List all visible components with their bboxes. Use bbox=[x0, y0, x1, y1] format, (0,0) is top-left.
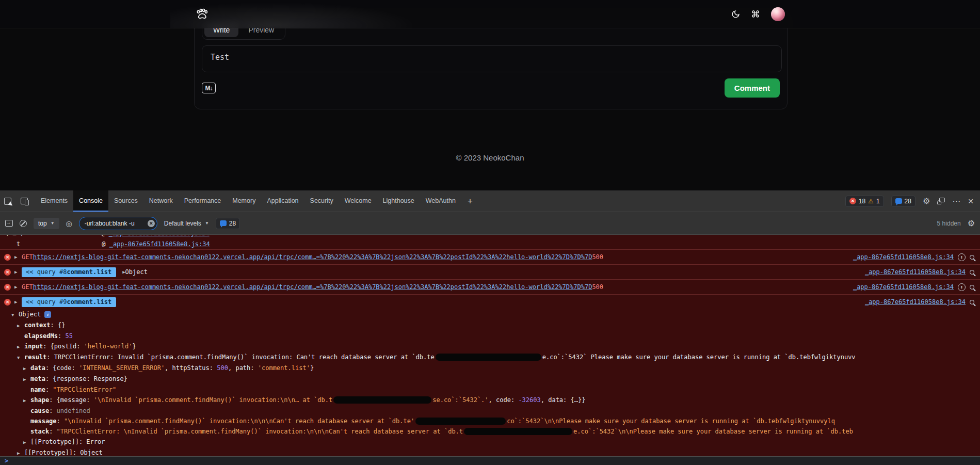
console-filter-input[interactable] bbox=[79, 217, 157, 230]
messages-badge[interactable]: 28 bbox=[891, 196, 915, 207]
expand-triangle-icon[interactable]: ▶ bbox=[14, 299, 22, 304]
user-avatar[interactable] bbox=[771, 7, 785, 21]
devtools-tab-performance[interactable]: Performance bbox=[179, 190, 227, 212]
device-toolbar-icon[interactable] bbox=[21, 198, 28, 204]
console-input-row[interactable]: > bbox=[0, 456, 980, 465]
expand-triangle-icon[interactable]: ▼ bbox=[17, 354, 24, 362]
object-tree-row[interactable]: stack: "TRPCClientError: \nInvalid `pris… bbox=[0, 426, 980, 437]
theme-toggle-moon-icon[interactable] bbox=[731, 10, 740, 19]
search-icon[interactable] bbox=[970, 285, 974, 290]
error-count: 18 bbox=[859, 198, 865, 205]
devtools-tab-console[interactable]: Console bbox=[73, 190, 108, 212]
more-options-icon[interactable]: ⋯ bbox=[952, 197, 960, 205]
initiator-icon[interactable]: ↕ bbox=[958, 283, 966, 291]
clear-console-icon[interactable] bbox=[20, 220, 27, 227]
devtools-tab-webauthn[interactable]: WebAuthn bbox=[420, 190, 461, 212]
devtools-tab-application[interactable]: Application bbox=[261, 190, 304, 212]
source-link[interactable]: https://nextjs-blog-git-feat-comments-ne… bbox=[33, 253, 592, 261]
expand-triangle-icon[interactable]: ▶ bbox=[23, 396, 30, 405]
search-icon[interactable] bbox=[970, 255, 974, 260]
comment-input[interactable]: Test bbox=[202, 45, 782, 72]
object-tree-row[interactable]: ▼Objecti bbox=[0, 309, 980, 320]
object-tree-row[interactable]: message: "\nInvalid `prisma.comment.find… bbox=[0, 416, 980, 426]
row-source-links: _app-867e65fd116058e8.js:34 bbox=[865, 298, 976, 306]
clipped-console-row[interactable]: ( … )@ _app-867e65fd116058e8.js:34 bbox=[0, 235, 980, 239]
context-selector[interactable]: top ▼ bbox=[34, 218, 59, 229]
comment-card-footer: M↓ Comment bbox=[202, 78, 780, 98]
search-icon[interactable] bbox=[970, 270, 974, 275]
console-text: e.co`:`5432`\n\nPlease make sure your da… bbox=[573, 428, 853, 435]
redaction-blob bbox=[333, 396, 431, 404]
live-expression-icon[interactable]: ◎ bbox=[66, 219, 72, 228]
console-text: @ bbox=[101, 235, 108, 237]
stack-trace-row[interactable]: t@ _app-867e65fd116058e8.js:34 bbox=[0, 239, 980, 249]
source-link[interactable]: https://nextjs-blog-git-feat-comments-ne… bbox=[33, 283, 592, 291]
expand-triangle-icon[interactable]: ▶ bbox=[14, 284, 22, 290]
object-tree-row[interactable]: elapsedMs: 55 bbox=[0, 331, 980, 341]
console-error-row[interactable]: ✕▶<< query #9 comment.list_app-867e65fd1… bbox=[0, 294, 980, 309]
devtools-tab-security[interactable]: Security bbox=[304, 190, 339, 212]
object-tree-row[interactable]: ▶shape: {message: '\nInvalid `prisma.com… bbox=[0, 395, 980, 406]
expand-triangle-icon[interactable]: ▶ bbox=[14, 254, 22, 260]
object-tree-row[interactable]: ▶input: {postId: 'hello-world'} bbox=[0, 341, 980, 352]
toolbar-messages-badge[interactable]: 28 bbox=[216, 218, 240, 229]
object-tree-row[interactable]: ▶meta: {response: Response} bbox=[0, 374, 980, 384]
log-levels-dropdown[interactable]: Default levels ▼ bbox=[164, 220, 209, 227]
expand-triangle-icon[interactable]: ▼ bbox=[11, 311, 19, 319]
paw-logo-icon[interactable] bbox=[195, 7, 209, 21]
console-text: "TRPCClientError: \nInvalid `prisma.comm… bbox=[57, 428, 463, 435]
object-tree-row[interactable]: ▶data: {code: 'INTERNAL_SERVER_ERROR', h… bbox=[0, 363, 980, 374]
devtools-tab-elements[interactable]: Elements bbox=[35, 190, 73, 212]
inspect-element-icon[interactable] bbox=[4, 198, 11, 205]
levels-label: Default levels bbox=[164, 220, 201, 227]
console-text: ( … ) bbox=[5, 235, 24, 237]
issues-icon[interactable] bbox=[937, 198, 945, 204]
row-source-links: _app-867e65fd116058e8.js:34↕ bbox=[853, 253, 976, 261]
more-tabs-button[interactable]: + bbox=[461, 190, 479, 212]
console-error-row[interactable]: ✕▶<< query #8 comment.list▶ Object_app-8… bbox=[0, 264, 980, 279]
object-tree-row[interactable]: cause: undefined bbox=[0, 406, 980, 416]
console-text: '\nInvalid `prisma.comment.findMany()` i… bbox=[94, 396, 332, 404]
toolbar-message-count: 28 bbox=[229, 220, 236, 227]
settings-gear-icon[interactable]: ⚙ bbox=[923, 197, 930, 205]
object-tree-row[interactable]: ▼result: TRPCClientError: Invalid `prism… bbox=[0, 352, 980, 363]
search-icon[interactable] bbox=[970, 300, 974, 304]
expand-triangle-icon[interactable]: ▶ bbox=[17, 322, 24, 330]
errors-warnings-badge[interactable]: ✕ 18 ⚠ 1 bbox=[845, 196, 884, 207]
console-error-row[interactable]: ✕▶GET https://nextjs-blog-git-feat-comme… bbox=[0, 279, 980, 294]
devtools-tab-lighthouse[interactable]: Lighthouse bbox=[377, 190, 420, 212]
source-link[interactable]: _app-867e65fd116058e8.js:34 bbox=[865, 268, 966, 276]
initiator-icon[interactable]: ↕ bbox=[958, 253, 966, 261]
devtools-tab-sources[interactable]: Sources bbox=[108, 190, 143, 212]
console-sidebar-icon[interactable] bbox=[5, 220, 13, 227]
comment-submit-button[interactable]: Comment bbox=[725, 78, 780, 98]
devtools-tab-network[interactable]: Network bbox=[143, 190, 179, 212]
console-settings-gear-icon[interactable]: ⚙ bbox=[968, 219, 975, 228]
markdown-icon[interactable]: M↓ bbox=[202, 83, 216, 93]
object-tree-row[interactable]: name: "TRPCClientError" bbox=[0, 384, 980, 395]
devtools-tab-memory[interactable]: Memory bbox=[227, 190, 261, 212]
chat-bubble-icon bbox=[895, 198, 902, 204]
clear-filter-icon[interactable]: ✕ bbox=[148, 220, 155, 227]
source-link[interactable]: _app-867e65fd116058e8.js:34 bbox=[853, 283, 954, 291]
row-source-links: _app-867e65fd116058e8.js:34 bbox=[865, 268, 976, 276]
expand-triangle-icon[interactable]: ▶ bbox=[23, 438, 30, 447]
source-link[interactable]: _app-867e65fd116058e8.js:34 bbox=[853, 253, 954, 261]
expand-triangle-icon[interactable]: ▶ bbox=[14, 269, 22, 275]
close-devtools-icon[interactable]: ✕ bbox=[968, 198, 974, 205]
expand-triangle-icon[interactable]: ▶ bbox=[17, 449, 24, 457]
command-menu-icon[interactable] bbox=[751, 10, 760, 18]
console-error-row[interactable]: ✕▶GET https://nextjs-blog-git-feat-comme… bbox=[0, 249, 980, 264]
expand-triangle-icon[interactable]: ▶ bbox=[23, 364, 30, 373]
devtools-tab-welcome[interactable]: Welcome bbox=[339, 190, 377, 212]
expand-triangle-icon[interactable]: ▶ bbox=[23, 375, 30, 384]
expand-triangle-icon[interactable]: ▶ bbox=[17, 343, 24, 351]
source-link[interactable]: _app-867e65fd116058e8.js:34 bbox=[865, 298, 966, 306]
devtools-tabbar: ElementsConsoleSourcesNetworkPerformance… bbox=[0, 190, 980, 212]
object-tree-row[interactable]: ▶[[Prototype]]: Error bbox=[0, 437, 980, 447]
row-source-links: _app-867e65fd116058e8.js:34↕ bbox=[853, 283, 976, 291]
object-tree-row[interactable]: ▶[[Prototype]]: Object bbox=[0, 447, 980, 456]
object-tree-row[interactable]: ▶context: {} bbox=[0, 320, 980, 331]
source-link[interactable]: _app-867e65fd116058e8.js:34 bbox=[109, 240, 210, 248]
source-link[interactable]: _app-867e65fd116058e8.js:34 bbox=[109, 235, 210, 237]
